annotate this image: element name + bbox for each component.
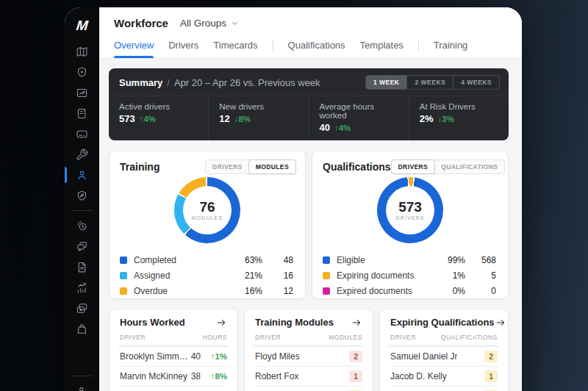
column-header: DRIVER xyxy=(255,334,281,341)
tab-drivers[interactable]: Drivers xyxy=(168,40,198,58)
legend-percent: 1% xyxy=(433,270,465,281)
legend-swatch xyxy=(120,257,127,264)
qualifications-badge: 1 xyxy=(484,370,498,382)
sidebar-item-safety[interactable] xyxy=(65,62,99,82)
card-title: Qualifications xyxy=(323,161,391,173)
active-indicator xyxy=(65,167,67,183)
tab-timecards[interactable]: Timecards xyxy=(213,40,257,58)
map-icon xyxy=(76,46,88,58)
expiring-qualifications-card: Expiring Qualifications DRIVER QUALIFICA… xyxy=(379,309,509,391)
hours-worked-link[interactable] xyxy=(215,318,227,328)
donut-label: DRIVERS xyxy=(396,215,425,220)
sidebar-item-messages[interactable] xyxy=(65,236,99,257)
compass-shield-icon xyxy=(76,190,88,202)
sidebar-divider xyxy=(72,376,93,376)
range-option-1-week[interactable]: 1 WEEK xyxy=(366,76,407,89)
range-option-4-weeks[interactable]: 4 WEEKS xyxy=(453,76,499,89)
table-title: Expiring Qualifications xyxy=(390,317,495,328)
stat-average-hours: Average hours worked 40 ↑4% xyxy=(309,96,409,140)
summary-panel: Summary / Apr 20 – Apr 26 vs. Previous w… xyxy=(109,68,509,140)
table-column-headers: DRIVER MODULES xyxy=(254,334,364,346)
sidebar-item-dispatch[interactable] xyxy=(65,185,99,206)
table-row: Eleanor Pena 39 ↓2% xyxy=(118,386,229,391)
tab-divider xyxy=(418,40,419,51)
stat-label: New drivers xyxy=(219,102,298,111)
legend-row: Expired documents 0% 0 xyxy=(323,283,496,298)
driver-name: Marvin McKinney xyxy=(120,371,187,381)
sidebar-item-maintenance[interactable] xyxy=(65,144,99,165)
legend-count: 0 xyxy=(465,286,496,296)
hours-value: 40 xyxy=(191,351,201,362)
page-header: Workforce All Groups Overview Drivers Ti… xyxy=(99,7,522,59)
sidebar-item-map[interactable] xyxy=(65,41,99,62)
app-window: M xyxy=(65,7,522,391)
legend-percent: 63% xyxy=(230,255,262,265)
legend-label: Expired documents xyxy=(337,286,433,296)
stat-label: Active drivers xyxy=(119,102,198,111)
legend-count: 5 xyxy=(465,270,496,281)
legend-label: Overdue xyxy=(134,286,230,296)
sidebar-item-devices[interactable] xyxy=(65,298,99,318)
brand-logo: M xyxy=(76,18,88,34)
toggle-option-drivers[interactable]: DRIVERS xyxy=(206,160,249,173)
fuel-icon xyxy=(76,220,88,232)
expiring-qualifications-link[interactable] xyxy=(495,318,506,328)
donut-center: 76 MODULES xyxy=(183,186,232,234)
tab-templates[interactable]: Templates xyxy=(360,40,404,58)
legend-percent: 21% xyxy=(230,270,262,281)
sidebar-item-marketplace[interactable] xyxy=(65,318,99,339)
qualifications-donut-chart: 573 DRIVERS xyxy=(377,177,443,243)
content-area: Summary / Apr 20 – Apr 26 vs. Previous w… xyxy=(99,59,522,391)
sidebar-item-admin[interactable] xyxy=(65,381,99,391)
legend-label: Eligible xyxy=(337,255,433,265)
sidebar-item-dashcam[interactable] xyxy=(65,82,99,103)
hours-delta: ↑1% xyxy=(201,352,227,361)
arrow-right-icon xyxy=(215,318,227,328)
toggle-option-qualifications[interactable]: QUALIFICATIONS xyxy=(434,160,504,173)
legend-percent: 16% xyxy=(230,286,262,296)
range-option-2-weeks[interactable]: 2 WEEKS xyxy=(406,76,453,89)
messages-icon xyxy=(76,240,88,253)
tab-overview[interactable]: Overview xyxy=(114,40,154,58)
stat-label: Average hours worked xyxy=(320,102,398,120)
qualifications-badge: 2 xyxy=(484,351,498,362)
donut-value: 573 xyxy=(398,200,422,215)
stat-value: 12 xyxy=(219,113,229,124)
table-title: Training Modules xyxy=(255,317,334,328)
arrow-right-icon xyxy=(495,318,506,328)
hours-worked-card: Hours Worked DRIVER HOURS Brooklyn Simmo… xyxy=(109,309,238,391)
legend-swatch xyxy=(120,272,127,279)
toggle-option-modules[interactable]: MODULES xyxy=(248,159,296,174)
training-modules-link[interactable] xyxy=(351,318,362,328)
column-header: HOURS xyxy=(203,334,227,341)
legend-row: Completed 63% 48 xyxy=(120,252,293,268)
sidebar-item-payments[interactable] xyxy=(65,123,99,144)
summary-date-range: Apr 20 – Apr 26 vs. Previous week xyxy=(174,77,320,88)
qualifications-toggle: DRIVERS QUALIFICATIONS xyxy=(391,159,506,174)
sidebar-item-documents[interactable] xyxy=(65,257,99,277)
summary-stats: Active drivers 573 ↑4% New drivers 12 ↓8… xyxy=(109,96,509,140)
toggle-option-drivers[interactable]: DRIVERS xyxy=(391,159,436,174)
sidebar-item-logs[interactable] xyxy=(65,103,99,123)
table-row: Robert Fox 1 xyxy=(254,366,364,386)
training-modules-card: Training Modules DRIVER MODULES Floyd Mi… xyxy=(244,309,373,391)
stat-delta: ↑4% xyxy=(334,123,351,132)
donut-value: 76 xyxy=(199,200,215,215)
shield-icon xyxy=(76,66,88,79)
sidebar-item-workforce[interactable] xyxy=(65,165,99,185)
tab-qualifications[interactable]: Qualifications xyxy=(288,40,345,58)
summary-separator: / xyxy=(167,77,170,88)
sidebar-item-reports[interactable] xyxy=(65,277,99,298)
legend-count: 16 xyxy=(262,270,293,281)
table-column-headers: DRIVER QUALIFICATIONS xyxy=(389,334,499,346)
stat-value: 40 xyxy=(320,122,330,133)
person-icon xyxy=(76,169,88,182)
dashcam-icon xyxy=(76,87,88,99)
legend-label: Assigned xyxy=(134,270,230,281)
sidebar-item-fuel[interactable] xyxy=(65,215,99,236)
legend-label: Expiring documents xyxy=(337,270,433,281)
range-toggle: 1 WEEK 2 WEEKS 4 WEEKS xyxy=(365,75,500,90)
legend-row: Expiring documents 1% 5 xyxy=(323,268,496,283)
tab-training[interactable]: Training xyxy=(434,40,467,58)
group-selector[interactable]: All Groups xyxy=(180,18,239,29)
